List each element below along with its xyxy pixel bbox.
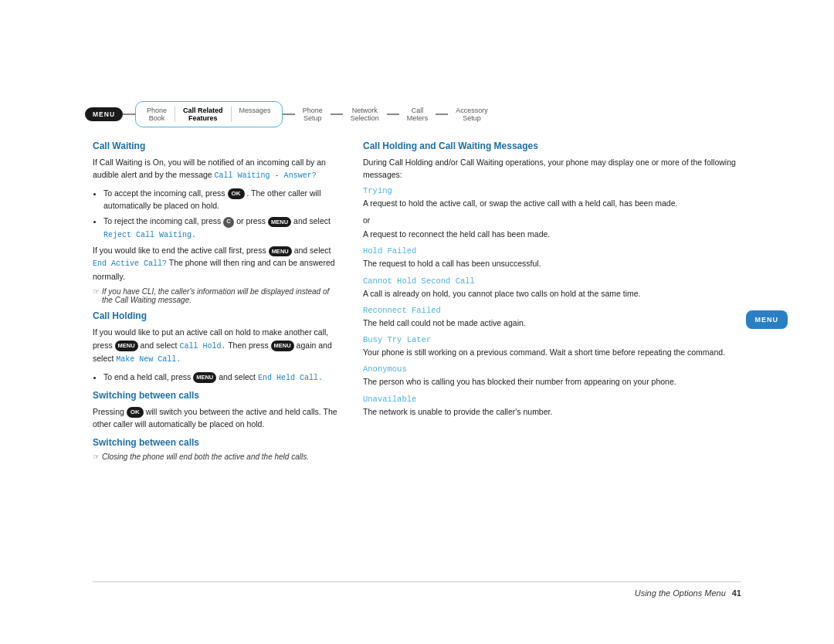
note2: ☞ Closing the phone will end both the ac… xyxy=(93,452,340,461)
nav-network-bottom: Selection xyxy=(351,114,379,122)
nav-phone-setup-top: Phone xyxy=(303,107,323,114)
nav-item-accessory-setup[interactable]: Accessory Setup xyxy=(448,107,496,122)
note1-text: If you have CLI, the caller's informatio… xyxy=(102,287,340,304)
end-held-code: End Held Call. xyxy=(258,374,323,382)
footer: Using the Options Menu 41 xyxy=(93,581,741,598)
nav-item-phone-book[interactable]: Phone Book xyxy=(142,107,171,122)
switching-body1: Pressing OK will switch you between the … xyxy=(93,405,340,431)
nav-network-top: Network xyxy=(352,107,378,114)
nav-call-bottom: Meters xyxy=(407,114,429,122)
make-new-code: Make New Call. xyxy=(116,355,181,364)
call-waiting-heading: Call Waiting xyxy=(93,141,340,151)
bullet-accept: To accept the incoming call, press OK . … xyxy=(103,187,340,212)
right-heading: Call Holding and Call Waiting Messages xyxy=(363,141,741,151)
call-waiting-body2: If you would like to end the active call… xyxy=(93,244,340,283)
nav-item-call-bottom: Features xyxy=(188,114,218,122)
unavailable-body: The network is unable to provide the cal… xyxy=(363,405,741,418)
reconnect-failed-body: The held call could not be made active a… xyxy=(363,317,741,329)
nav-sep2 xyxy=(231,107,232,122)
status-busy-try: Busy Try Later xyxy=(363,335,741,344)
note-icon-2: ☞ xyxy=(93,452,100,461)
status-cannot-hold: Cannot Hold Second Call xyxy=(363,276,741,286)
nav-item-messages-label: Messages xyxy=(239,107,271,114)
status-unavailable: Unavailable xyxy=(363,395,741,404)
nav-item-network-selection[interactable]: Network Selection xyxy=(343,107,387,122)
call-holding-heading: Call Holding xyxy=(93,310,340,321)
menu-button-icon-3: MENU xyxy=(115,341,138,351)
trying-body2: A request to reconnect the held call has… xyxy=(363,228,741,240)
nav-item-messages[interactable]: Messages xyxy=(235,107,276,122)
nav-item-phone-top: Phone xyxy=(147,107,167,114)
nav-acc-bottom: Setup xyxy=(463,114,481,122)
call-waiting-code: Call Waiting - Answer? xyxy=(215,171,317,180)
menu-button-icon-2: MENU xyxy=(269,246,292,257)
nav-line-mid xyxy=(283,114,295,115)
hold-failed-body: The request to hold a call has been unsu… xyxy=(363,257,741,269)
call-hold-code: Call Hold. xyxy=(179,342,225,351)
status-anonymous: Anonymous xyxy=(363,364,741,374)
note2-text: Closing the phone will end both the acti… xyxy=(102,452,309,461)
nav-bar: MENU Phone Book Call Related Features Me… xyxy=(85,99,749,130)
status-hold-failed: Hold Failed xyxy=(363,246,741,256)
right-column: Call Holding and Call Waiting Messages D… xyxy=(363,141,741,551)
right-intro: During Call Holding and/or Call Waiting … xyxy=(363,156,741,181)
nav-item-phone-setup[interactable]: Phone Setup xyxy=(295,107,331,122)
switching-heading2: Switching between calls xyxy=(93,437,340,448)
c-button-icon: C xyxy=(223,217,234,228)
left-column: Call Waiting If Call Waiting is On, you … xyxy=(93,141,340,551)
call-holding-bullets: To end a held call, press MENU and selec… xyxy=(103,371,340,385)
cannot-hold-body: A call is already on hold, you cannot pl… xyxy=(363,287,741,300)
nav-acc-top: Accessory xyxy=(456,107,488,114)
menu-icon[interactable]: MENU xyxy=(85,107,123,121)
reject-code: Reject Call Waiting. xyxy=(103,231,196,239)
call-waiting-bullets: To accept the incoming call, press OK . … xyxy=(103,187,340,241)
or-divider: or xyxy=(363,214,741,226)
nav-item-call-top: Call Related xyxy=(183,107,223,114)
nav-line-2 xyxy=(331,114,343,115)
end-active-code: End Active Call? xyxy=(93,259,167,268)
trying-body: A request to hold the active call, or sw… xyxy=(363,197,741,209)
nav-sep1 xyxy=(175,107,175,122)
nav-line-4 xyxy=(436,114,448,115)
status-trying: Trying xyxy=(363,186,741,195)
floating-menu-container: MENU xyxy=(746,310,788,329)
call-waiting-intro: If Call Waiting is On, you will be notif… xyxy=(93,156,340,182)
note-icon-1: ☞ xyxy=(93,287,100,304)
nav-item-call-related[interactable]: Call Related Features xyxy=(178,107,228,122)
nav-item-messages-blank xyxy=(254,114,256,122)
menu-button-icon-4: MENU xyxy=(271,341,294,351)
note1: ☞ If you have CLI, the caller's informat… xyxy=(93,287,340,304)
ok-button-icon-2: OK xyxy=(127,407,144,418)
switching-heading1: Switching between calls xyxy=(93,390,340,401)
status-reconnect-failed: Reconnect Failed xyxy=(363,306,741,315)
nav-phone-setup-bottom: Setup xyxy=(303,114,322,122)
menu-button-icon-5: MENU xyxy=(193,372,216,383)
nav-plain-group: Phone Setup Network Selection Call Meter… xyxy=(295,107,459,122)
nav-item-phone-bottom: Book xyxy=(149,114,165,122)
anonymous-body: The person who is calling you has blocke… xyxy=(363,375,741,388)
call-holding-body: If you would like to put an active call … xyxy=(93,326,340,365)
nav-call-top: Call xyxy=(412,107,424,114)
bullet-end-held: To end a held call, press MENU and selec… xyxy=(103,371,340,385)
nav-bracket-group: Phone Book Call Related Features Message… xyxy=(135,101,283,127)
footer-label: Using the Options Menu xyxy=(635,588,726,598)
footer-page: 41 xyxy=(732,588,741,598)
nav-item-call-meters[interactable]: Call Meters xyxy=(399,107,436,122)
busy-try-body: Your phone is still working on a previou… xyxy=(363,346,741,358)
nav-line-left xyxy=(123,114,135,115)
ok-button-icon: OK xyxy=(228,188,245,199)
floating-menu-button[interactable]: MENU xyxy=(746,310,788,329)
menu-button-icon-1: MENU xyxy=(268,217,291,228)
content-area: Call Waiting If Call Waiting is On, you … xyxy=(93,141,741,551)
bullet-reject: To reject the incoming call, press C or … xyxy=(103,215,340,241)
nav-line-3 xyxy=(387,114,399,115)
